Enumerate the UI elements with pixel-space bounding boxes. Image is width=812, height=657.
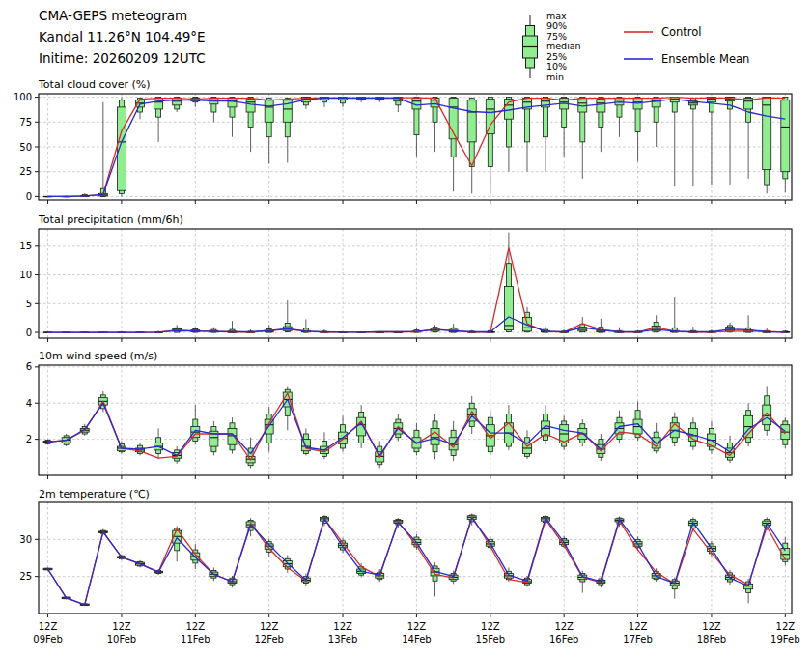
box-25-75-step-11 — [246, 100, 255, 112]
init-time: Initime: 20260209 12UTC — [39, 50, 206, 66]
x-tick-hour: 12Z — [112, 621, 131, 632]
ensemble-legend-label: Ensemble Mean — [661, 52, 749, 66]
x-axis-labels: 12Z09Feb12Z10Feb12Z11Feb12Z12Feb12Z13Feb… — [33, 621, 799, 644]
cloud-cover-panel: 0255075100 — [14, 92, 792, 204]
x-tick-date: 18Feb — [697, 634, 726, 644]
figure-header: CMA-GEPS meteogram Kandal 11.26°N 104.49… — [39, 8, 206, 66]
panel-title-temp: 2m temperature (℃) — [39, 488, 150, 500]
control-legend-label: Control — [661, 25, 702, 39]
legend-label-max: max — [546, 11, 567, 21]
legend-label-min: min — [546, 71, 564, 82]
x-tick-date: 15Feb — [476, 634, 505, 644]
box-25-75-step-21 — [431, 428, 439, 444]
y-tick-label: 15 — [19, 241, 32, 251]
y-tick-label: 5 — [26, 299, 32, 309]
wind-speed-panel: 246 — [26, 361, 792, 479]
legend-label-median: median — [546, 41, 581, 51]
x-tick-hour: 12Z — [260, 621, 279, 632]
x-tick-hour: 12Z — [481, 621, 500, 632]
y-tick-label: 0 — [26, 191, 32, 202]
box-25-75-step-23 — [467, 100, 476, 142]
box-25-75-step-25 — [504, 286, 513, 329]
box-25-75-step-24 — [486, 100, 494, 134]
x-tick-date: 14Feb — [402, 634, 431, 644]
panel-title-cloud: Total cloud cover (%) — [38, 78, 151, 91]
y-tick-label: 10 — [19, 270, 32, 280]
panel-title-wind: 10m wind speed (m/s) — [39, 350, 157, 362]
x-tick-hour: 12Z — [776, 621, 796, 632]
box-25-75-step-30 — [597, 100, 605, 112]
legend-label-75: 75% — [546, 31, 567, 42]
x-tick-date: 13Feb — [328, 634, 357, 644]
figure-title: CMA-GEPS meteogram — [39, 8, 187, 23]
x-tick-date: 19Feb — [770, 634, 799, 644]
x-tick-date: 16Feb — [549, 634, 578, 644]
x-tick-hour: 12Z — [407, 621, 427, 632]
temperature-panel: 2530 — [19, 502, 792, 617]
x-tick-hour: 12Z — [39, 621, 58, 632]
box-25-75-step-33 — [652, 99, 660, 107]
y-tick-label: 25 — [19, 166, 32, 177]
x-tick-date: 10Feb — [107, 634, 136, 644]
y-tick-label: 0 — [26, 328, 32, 338]
box-25-75-step-40 — [781, 100, 790, 172]
meteogram-figure: CMA-GEPS meteogram Kandal 11.26°N 104.49… — [0, 0, 812, 657]
box-25-75-step-6 — [154, 99, 163, 109]
x-tick-hour: 12Z — [186, 621, 206, 632]
box-25-75-step-12 — [265, 100, 273, 123]
box-25-75-step-10 — [228, 99, 237, 107]
y-tick-label: 100 — [14, 92, 32, 102]
legend-label-10: 10% — [546, 61, 567, 71]
precipitation-panel: 051015 — [19, 229, 792, 342]
station-coords: Kandal 11.26°N 104.49°E — [39, 29, 206, 44]
box-25-75-step-39 — [763, 405, 771, 425]
panel-title-precip: Total precipitation (mm/6h) — [38, 214, 183, 226]
panel-frame — [39, 229, 792, 338]
x-tick-date: 09Feb — [33, 634, 62, 644]
x-tick-date: 11Feb — [181, 634, 210, 644]
panel-frame — [39, 502, 792, 614]
y-tick-label: 2 — [26, 434, 32, 444]
y-tick-label: 75 — [19, 117, 32, 128]
box-25-75-step-39 — [763, 98, 771, 170]
y-tick-label: 6 — [26, 361, 32, 372]
boxplot-legend: max 90% 75% median 25% 10% min — [523, 11, 581, 82]
y-tick-label: 50 — [19, 142, 32, 153]
y-tick-label: 25 — [19, 571, 32, 582]
x-tick-hour: 12Z — [554, 621, 574, 632]
legend-label-25: 25% — [546, 51, 567, 62]
y-tick-label: 4 — [26, 398, 32, 409]
x-tick-hour: 12Z — [702, 621, 721, 632]
x-tick-hour: 12Z — [629, 621, 648, 632]
panel-frame — [39, 365, 792, 475]
x-tick-hour: 12Z — [333, 621, 352, 632]
line-legend: Control Ensemble Mean — [624, 25, 749, 66]
x-tick-date: 17Feb — [623, 634, 652, 644]
x-tick-date: 12Feb — [254, 634, 283, 644]
legend-label-90: 90% — [546, 20, 567, 31]
meteogram-canvas: CMA-GEPS meteogram Kandal 11.26°N 104.49… — [0, 0, 812, 657]
y-tick-label: 30 — [19, 534, 32, 545]
